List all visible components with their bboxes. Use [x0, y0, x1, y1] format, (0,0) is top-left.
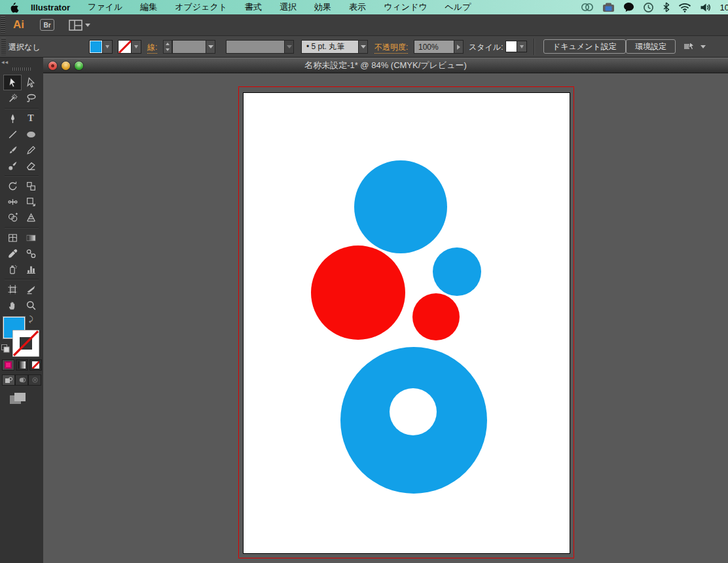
stroke-weight-stepper[interactable] [163, 40, 172, 54]
style-dropdown[interactable] [517, 41, 527, 52]
tools-panel-header[interactable]: ◀◀ [0, 58, 43, 66]
none-button[interactable] [29, 359, 42, 371]
appbar-grip[interactable] [1, 16, 5, 33]
wifi-icon[interactable] [678, 3, 691, 12]
symbol-sprayer-tool[interactable] [3, 261, 22, 277]
stroke-color-dropdown[interactable] [132, 40, 141, 54]
scale-tool[interactable] [22, 178, 40, 194]
stroke-profile-field[interactable] [226, 40, 285, 54]
menu-view[interactable]: 表示 [349, 1, 366, 13]
eraser-tool[interactable] [22, 158, 40, 173]
style-control[interactable] [505, 41, 527, 52]
volume-icon[interactable] [700, 3, 712, 12]
direct-selection-tool[interactable] [22, 75, 40, 90]
opacity-field[interactable]: 100% [414, 40, 454, 54]
drawing-mode-buttons [2, 374, 43, 386]
brush-definition-field[interactable]: • 5 pt. 丸筆 [301, 40, 359, 54]
large-blue-circle[interactable] [354, 160, 447, 253]
mesh-tool[interactable] [3, 230, 22, 245]
menu-bar-clock[interactable]: 10 [720, 3, 728, 12]
pencil-tool[interactable] [22, 142, 40, 158]
paintbrush-tool[interactable] [3, 142, 22, 158]
type-tool[interactable]: T [22, 111, 40, 126]
fill-color-swatch[interactable] [89, 40, 103, 54]
menu-help[interactable]: ヘルプ [445, 1, 471, 13]
bluetooth-icon[interactable] [663, 2, 670, 12]
menu-select[interactable]: 選択 [280, 1, 297, 13]
preferences-button[interactable]: 環境設定 [626, 39, 676, 54]
width-tool[interactable] [3, 194, 22, 209]
draw-behind-button[interactable] [15, 374, 28, 386]
collapse-panel-icon[interactable]: ◀◀ [1, 60, 9, 64]
menu-type[interactable]: 書式 [245, 1, 262, 13]
style-swatch[interactable] [505, 41, 517, 52]
tools-panel-grip[interactable] [12, 67, 31, 71]
eyedropper-tool[interactable] [3, 245, 22, 261]
slice-tool[interactable] [22, 282, 40, 297]
document-setup-button[interactable]: ドキュメント設定 [543, 39, 626, 54]
chat-bubble-icon[interactable] [623, 2, 634, 12]
stroke-none-swatch[interactable] [118, 40, 132, 54]
pen-tool[interactable] [3, 111, 22, 126]
line-segment-tool[interactable] [3, 126, 22, 142]
free-transform-tool[interactable] [22, 194, 40, 209]
stroke-color-control[interactable] [118, 40, 141, 54]
bridge-button[interactable]: Br [40, 19, 54, 31]
menu-illustrator[interactable]: Illustrator [31, 3, 70, 12]
fill-color-control[interactable] [89, 40, 113, 54]
menu-object[interactable]: オブジェクト [175, 1, 227, 13]
opacity-dropdown[interactable] [454, 40, 464, 54]
draw-inside-button[interactable] [28, 374, 41, 386]
lasso-tool[interactable] [22, 90, 40, 106]
time-machine-icon[interactable] [643, 2, 654, 13]
opacity-panel-link[interactable]: 不透明度: [374, 42, 408, 54]
stroke-weight-field[interactable] [172, 40, 206, 54]
large-red-circle[interactable] [311, 245, 405, 340]
donut-hole[interactable] [390, 388, 437, 435]
column-graph-tool[interactable] [22, 261, 40, 277]
toolbar-stroke-swatch[interactable] [12, 330, 39, 357]
capture-icon[interactable] [602, 3, 615, 12]
artboard-tool[interactable] [3, 282, 22, 297]
gradient-button[interactable] [16, 359, 28, 371]
zoom-tool[interactable] [22, 297, 40, 313]
brush-definition-dropdown[interactable] [359, 40, 368, 54]
perspective-grid-tool[interactable] [22, 209, 40, 225]
small-blue-circle[interactable] [433, 247, 481, 296]
hand-tool[interactable] [3, 297, 22, 313]
apple-menu-icon[interactable] [9, 2, 19, 13]
selection-tool[interactable] [3, 75, 22, 90]
isolate-selection-control[interactable] [683, 41, 706, 52]
isolate-selection-icon [683, 41, 696, 52]
stroke-panel-link[interactable]: 線: [147, 42, 157, 54]
small-red-circle[interactable] [412, 293, 460, 340]
document-titlebar[interactable]: 名称未設定-1* @ 84% (CMYK/プレビュー) [43, 58, 728, 73]
menu-edit[interactable]: 編集 [140, 1, 157, 13]
menu-effect[interactable]: 効果 [314, 1, 331, 13]
gradient-tool[interactable] [22, 230, 40, 245]
canvas[interactable] [43, 73, 728, 563]
paint-style-buttons [2, 359, 43, 371]
change-screen-mode-button[interactable] [9, 392, 43, 408]
rotate-tool[interactable] [3, 178, 22, 194]
swap-fill-stroke-icon[interactable]: ⤸ [29, 315, 33, 323]
menu-file[interactable]: ファイル [88, 1, 122, 13]
color-button[interactable] [2, 359, 14, 371]
divider [3, 225, 40, 230]
shape-builder-tool[interactable] [3, 209, 22, 225]
blob-brush-tool[interactable] [3, 158, 22, 173]
draw-normal-button[interactable] [2, 374, 15, 386]
stroke-weight-dropdown[interactable] [206, 40, 215, 54]
document-window: 名称未設定-1* @ 84% (CMYK/プレビュー) [43, 58, 728, 563]
blend-tool[interactable] [22, 245, 40, 261]
creative-cloud-icon[interactable] [581, 3, 594, 12]
controlbar-grip[interactable] [1, 38, 6, 55]
ellipse-tool[interactable] [22, 126, 40, 142]
magic-wand-tool[interactable] [3, 90, 22, 106]
menu-window[interactable]: ウィンドウ [384, 1, 428, 13]
divider [3, 277, 40, 282]
stroke-profile-dropdown[interactable] [285, 40, 294, 54]
fill-color-dropdown[interactable] [103, 40, 113, 54]
arrange-documents-button[interactable] [69, 20, 90, 31]
default-fill-stroke-icon[interactable] [1, 344, 10, 352]
